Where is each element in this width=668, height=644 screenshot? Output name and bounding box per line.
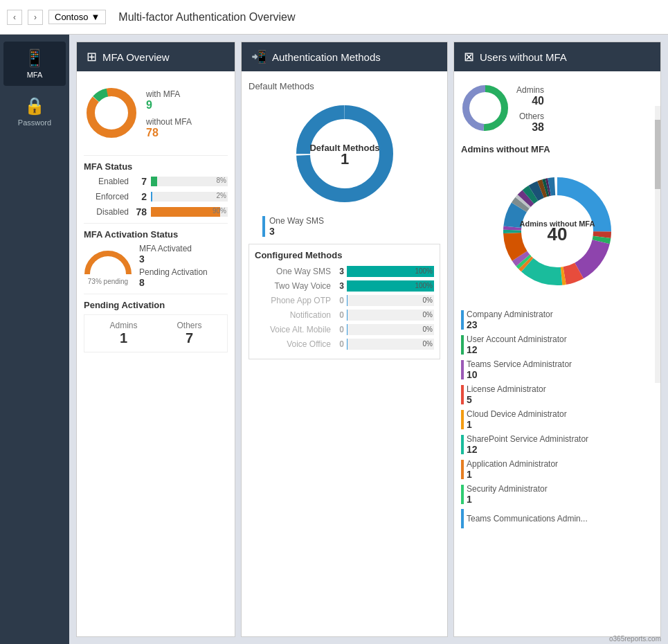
tenant-name: Contoso <box>55 12 88 22</box>
top-bar: ‹ › Contoso ▼ Multi-factor Authenticatio… <box>0 0 668 35</box>
method-sms-value: 3 <box>334 267 344 276</box>
pending-others-value: 7 <box>177 330 201 346</box>
role-value: 1 <box>467 494 548 505</box>
tenant-dropdown-icon: ▼ <box>91 12 100 22</box>
gauge-container: 73% pending <box>84 247 132 285</box>
method-voice-label: Two Way Voice <box>255 281 331 291</box>
password-icon: 🔒 <box>24 96 45 116</box>
sidebar-item-password[interactable]: 🔒 Password <box>3 89 66 134</box>
without-mfa-value: 78 <box>146 127 192 139</box>
role-list: Company Administrator 23 User Account Ad… <box>461 310 653 531</box>
method-voice-bar: 100% <box>347 280 434 292</box>
method-voice-alt-label: Voice Alt. Mobile <box>255 325 331 334</box>
users-body: Admins 40 Others 38 Admins without MFA <box>454 71 660 636</box>
enforced-pct: 2% <box>217 192 228 199</box>
method-voice-alt-value: 0 <box>334 325 344 334</box>
role-value: 12 <box>467 344 567 355</box>
list-item: Security Administrator 1 <box>461 484 653 505</box>
admins-donut-wrap: Admins without MFA 40 <box>461 159 653 304</box>
gauge-svg <box>84 247 132 278</box>
mfa-activated-value: 3 <box>139 253 208 265</box>
list-item: License Administrator 5 <box>461 384 653 405</box>
role-name: Teams Communications Admin... <box>467 514 588 524</box>
method-voice-office-fill <box>347 339 347 350</box>
default-methods-label: Default Methods <box>249 81 440 91</box>
sidebar-password-label: Password <box>18 118 51 127</box>
method-row-otp: Phone App OTP 0 0% <box>255 295 434 306</box>
disabled-value: 78 <box>133 206 147 217</box>
forward-button[interactable]: › <box>28 10 43 25</box>
scrollbar-track <box>655 106 660 383</box>
method-row-voice: Two Way Voice 3 100% <box>255 280 434 292</box>
pending-others-label: Others <box>177 321 201 330</box>
mfa-activated-label: MFA Activated <box>139 244 208 253</box>
disabled-pct: 90% <box>213 207 228 215</box>
method-voice-office-bar: 0% <box>347 339 434 350</box>
others-legend: Others 38 <box>516 111 544 134</box>
enforced-label: Enforced <box>84 192 129 202</box>
role-value: 5 <box>467 394 546 405</box>
list-item: SharePoint Service Administrator 12 <box>461 434 653 455</box>
method-notif-pct: 0% <box>423 310 433 321</box>
mfa-overview-header: ⊞ MFA Overview <box>77 42 235 71</box>
tenant-selector[interactable]: Contoso ▼ <box>48 10 106 24</box>
mfa-overview-body: with MFA 9 without MFA 78 MFA Status Ena… <box>77 71 235 636</box>
mfa-overview-panel: ⊞ MFA Overview <box>76 42 235 637</box>
users-icon: ⊠ <box>464 49 474 64</box>
method-voice-alt-bar: 0% <box>347 324 434 335</box>
pending-title: Pending Activation <box>84 294 228 310</box>
activation-stats: MFA Activated 3 Pending Activation 8 <box>139 244 208 288</box>
admins-legend: Admins 40 <box>516 85 544 107</box>
gauge-pct: 73 <box>88 278 96 285</box>
role-info: Teams Communications Admin... <box>467 514 588 524</box>
method-otp-value: 0 <box>334 296 344 305</box>
activation-row: 73% pending MFA Activated 3 Pending Acti… <box>84 244 228 288</box>
role-info: SharePoint Service Administrator 12 <box>467 434 588 455</box>
method-voice-office-label: Voice Office <box>255 339 331 349</box>
auth-methods-header: 📲 Authentication Methods <box>242 42 447 71</box>
method-sms-label: One Way SMS <box>255 267 331 276</box>
users-legend: Admins 40 Others 38 <box>516 85 544 134</box>
role-name: Security Administrator <box>467 484 548 494</box>
scrollbar-thumb[interactable] <box>655 120 660 189</box>
role-color <box>461 435 464 454</box>
method-row-sms: One Way SMS 3 100% <box>255 266 434 277</box>
enabled-bar-fill <box>151 177 157 186</box>
overview-donut-row: with MFA 9 without MFA 78 <box>84 78 228 150</box>
sms-info: One Way SMS 3 <box>269 216 324 237</box>
role-value: 1 <box>467 419 567 430</box>
sidebar-item-mfa[interactable]: 📱 MFA <box>3 42 66 86</box>
others-value: 38 <box>516 121 544 134</box>
disabled-row: Disabled 78 90% <box>84 206 228 217</box>
mfa-overview-legend: with MFA 9 without MFA 78 <box>146 89 192 139</box>
sms-label: One Way SMS <box>269 216 324 226</box>
role-info: Security Administrator 1 <box>467 484 548 505</box>
role-name: Teams Service Administrator <box>467 359 572 369</box>
list-item: User Account Administrator 12 <box>461 334 653 355</box>
pending-activation-label: Pending Activation <box>139 267 208 277</box>
users-without-mfa-panel: ⊠ Users without MFA <box>453 42 661 637</box>
default-methods-donut: Default Methods 1 <box>249 98 440 209</box>
role-value: 10 <box>467 369 572 380</box>
users-overview-donut <box>461 84 509 134</box>
method-notif-value: 0 <box>334 310 344 320</box>
pending-activation-value: 8 <box>139 277 208 288</box>
method-voice-alt-pct: 0% <box>423 324 433 335</box>
disabled-label: Disabled <box>84 207 129 217</box>
sms-value: 3 <box>269 226 324 237</box>
role-color <box>461 485 464 504</box>
users-overview-row: Admins 40 Others 38 <box>461 78 653 140</box>
enforced-bar: 2% <box>151 192 228 202</box>
role-name: User Account Administrator <box>467 334 567 344</box>
enabled-value: 7 <box>133 176 147 187</box>
svg-text:40: 40 <box>548 224 568 244</box>
main-layout: 📱 MFA 🔒 Password ⊞ MFA Overview <box>0 35 668 644</box>
method-sms-bar: 100% <box>347 266 434 277</box>
role-value: 1 <box>467 469 558 480</box>
method-voice-office-pct: 0% <box>423 339 433 350</box>
back-button[interactable]: ‹ <box>7 10 22 25</box>
configured-methods-section: Configured Methods One Way SMS 3 100% Tw… <box>249 244 440 359</box>
method-notif-fill <box>347 310 347 321</box>
list-item: Teams Communications Admin... <box>461 509 653 528</box>
role-color <box>461 335 464 355</box>
